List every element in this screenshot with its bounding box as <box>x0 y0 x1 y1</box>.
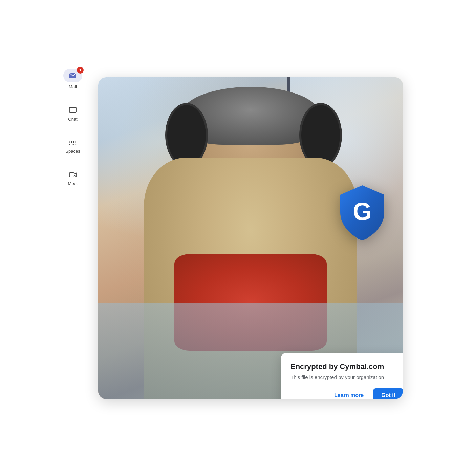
learn-more-button[interactable]: Learn more <box>329 389 369 399</box>
encryption-actions: Learn more Got it <box>290 388 403 399</box>
main-card: G Encrypted by Cymbal.com This file is e… <box>98 77 403 399</box>
mail-badge: 1 <box>77 67 84 74</box>
encryption-card: Encrypted by Cymbal.com This file is enc… <box>281 353 403 399</box>
encryption-title: Encrypted by Cymbal.com <box>290 362 403 371</box>
sidebar-item-spaces[interactable]: Spaces <box>65 139 80 154</box>
svg-rect-6 <box>69 173 74 177</box>
mail-icon <box>69 71 77 80</box>
sidebar: 1 Mail Chat Spaces <box>51 69 95 186</box>
got-it-button[interactable]: Got it <box>373 388 403 399</box>
spaces-label: Spaces <box>65 149 80 154</box>
mail-label: Mail <box>69 84 77 89</box>
sidebar-item-meet[interactable]: Meet <box>68 171 78 186</box>
svg-point-4 <box>74 141 76 143</box>
mail-icon-wrapper: 1 <box>63 69 82 82</box>
scene: 1 Mail Chat Spaces <box>51 35 423 441</box>
meet-label: Meet <box>68 181 78 186</box>
svg-text:G: G <box>353 198 372 225</box>
chat-label: Chat <box>68 117 77 122</box>
shield-container: G <box>335 182 389 243</box>
sidebar-item-chat[interactable]: Chat <box>68 106 77 122</box>
google-shield-icon: G <box>335 182 389 243</box>
chat-icon <box>69 106 77 115</box>
svg-point-3 <box>70 141 72 143</box>
svg-rect-1 <box>69 107 76 112</box>
encryption-subtitle: This file is encrypted by your organizat… <box>290 374 403 380</box>
spaces-icon <box>69 139 77 147</box>
meet-icon <box>69 171 77 179</box>
sidebar-item-mail[interactable]: 1 Mail <box>63 69 82 89</box>
svg-point-5 <box>72 141 74 143</box>
